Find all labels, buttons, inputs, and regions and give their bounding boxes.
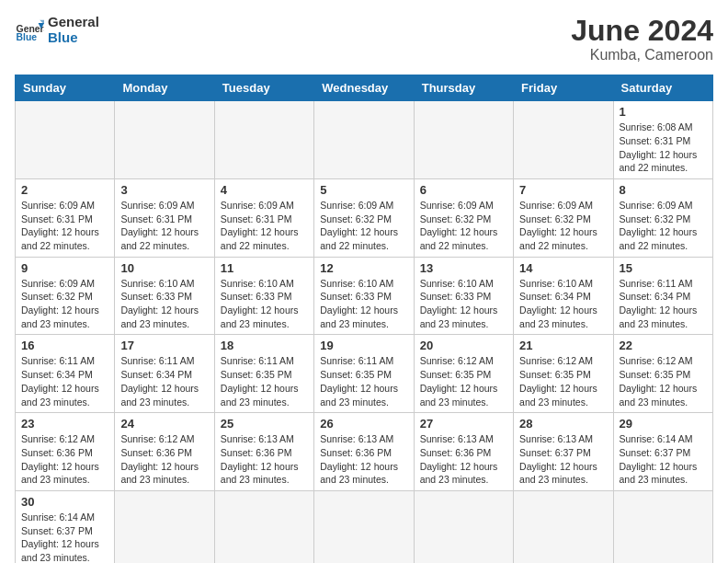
calendar-cell: 24Sunrise: 6:12 AM Sunset: 6:36 PM Dayli… (115, 413, 214, 491)
day-number: 13 (420, 261, 507, 275)
day-info: Sunrise: 6:12 AM Sunset: 6:36 PM Dayligh… (120, 432, 208, 487)
day-number: 24 (120, 417, 208, 431)
calendar-cell: 15Sunrise: 6:11 AM Sunset: 6:34 PM Dayli… (613, 257, 712, 335)
calendar-cell: 9Sunrise: 6:09 AM Sunset: 6:32 PM Daylig… (16, 257, 115, 335)
calendar-cell: 6Sunrise: 6:09 AM Sunset: 6:32 PM Daylig… (414, 178, 513, 257)
day-info: Sunrise: 6:09 AM Sunset: 6:32 PM Dayligh… (320, 199, 407, 253)
weekday-header: Saturday (613, 75, 712, 101)
day-info: Sunrise: 6:09 AM Sunset: 6:32 PM Dayligh… (519, 199, 607, 253)
day-number: 12 (320, 261, 407, 275)
day-info: Sunrise: 6:13 AM Sunset: 6:36 PM Dayligh… (320, 432, 407, 487)
calendar-cell: 22Sunrise: 6:12 AM Sunset: 6:35 PM Dayli… (613, 335, 712, 413)
calendar-cell: 28Sunrise: 6:13 AM Sunset: 6:37 PM Dayli… (514, 413, 613, 491)
day-info: Sunrise: 6:11 AM Sunset: 6:35 PM Dayligh… (320, 354, 407, 408)
day-info: Sunrise: 6:12 AM Sunset: 6:35 PM Dayligh… (519, 354, 607, 408)
day-info: Sunrise: 6:11 AM Sunset: 6:34 PM Dayligh… (21, 354, 108, 408)
calendar-cell (414, 101, 513, 179)
day-number: 5 (320, 183, 407, 197)
calendar-cell: 21Sunrise: 6:12 AM Sunset: 6:35 PM Dayli… (514, 335, 613, 413)
calendar-cell (414, 490, 513, 563)
page-title: June 2024 (571, 15, 713, 47)
logo: General Blue General Blue (15, 15, 99, 45)
day-number: 28 (519, 417, 607, 431)
day-info: Sunrise: 6:09 AM Sunset: 6:32 PM Dayligh… (420, 199, 507, 253)
logo-general-text: General (48, 15, 99, 30)
weekday-header: Friday (514, 75, 613, 101)
day-number: 3 (120, 183, 208, 197)
calendar-cell: 18Sunrise: 6:11 AM Sunset: 6:35 PM Dayli… (214, 335, 313, 413)
day-number: 17 (120, 339, 208, 352)
calendar-cell: 7Sunrise: 6:09 AM Sunset: 6:32 PM Daylig… (514, 178, 613, 257)
day-info: Sunrise: 6:12 AM Sunset: 6:36 PM Dayligh… (21, 432, 108, 487)
calendar-cell (514, 490, 613, 563)
svg-text:Blue: Blue (17, 32, 38, 42)
day-info: Sunrise: 6:13 AM Sunset: 6:37 PM Dayligh… (519, 432, 607, 487)
day-info: Sunrise: 6:12 AM Sunset: 6:35 PM Dayligh… (620, 354, 707, 408)
day-number: 26 (320, 417, 407, 431)
calendar-week-row: 30Sunrise: 6:14 AM Sunset: 6:37 PM Dayli… (16, 490, 713, 563)
day-number: 19 (320, 339, 407, 352)
day-info: Sunrise: 6:11 AM Sunset: 6:34 PM Dayligh… (620, 277, 707, 331)
weekday-header: Tuesday (214, 75, 313, 101)
calendar-table: SundayMondayTuesdayWednesdayThursdayFrid… (15, 75, 713, 563)
calendar-week-row: 2Sunrise: 6:09 AM Sunset: 6:31 PM Daylig… (16, 178, 713, 257)
calendar-cell (214, 101, 313, 179)
day-number: 25 (221, 417, 308, 431)
calendar-cell: 2Sunrise: 6:09 AM Sunset: 6:31 PM Daylig… (16, 178, 115, 257)
calendar-cell: 12Sunrise: 6:10 AM Sunset: 6:33 PM Dayli… (314, 257, 414, 335)
day-number: 4 (221, 183, 308, 197)
day-info: Sunrise: 6:08 AM Sunset: 6:31 PM Dayligh… (620, 121, 707, 175)
logo-icon: General Blue (15, 16, 44, 45)
day-number: 15 (620, 261, 707, 275)
calendar-cell: 5Sunrise: 6:09 AM Sunset: 6:32 PM Daylig… (314, 178, 414, 257)
calendar-cell (214, 490, 313, 563)
day-info: Sunrise: 6:09 AM Sunset: 6:31 PM Dayligh… (21, 199, 108, 253)
day-number: 6 (420, 183, 507, 197)
calendar-week-row: 23Sunrise: 6:12 AM Sunset: 6:36 PM Dayli… (16, 413, 713, 491)
calendar-cell: 10Sunrise: 6:10 AM Sunset: 6:33 PM Dayli… (115, 257, 214, 335)
calendar-cell: 29Sunrise: 6:14 AM Sunset: 6:37 PM Dayli… (613, 413, 712, 491)
day-number: 27 (420, 417, 507, 431)
day-info: Sunrise: 6:11 AM Sunset: 6:34 PM Dayligh… (120, 354, 208, 408)
day-number: 16 (21, 339, 108, 352)
calendar-cell: 11Sunrise: 6:10 AM Sunset: 6:33 PM Dayli… (214, 257, 313, 335)
logo-blue-text: Blue (48, 30, 99, 46)
calendar-cell: 26Sunrise: 6:13 AM Sunset: 6:36 PM Dayli… (314, 413, 414, 491)
page-subtitle: Kumba, Cameroon (571, 47, 713, 63)
header: General Blue General Blue June 2024 Kumb… (15, 15, 713, 63)
calendar-week-row: 16Sunrise: 6:11 AM Sunset: 6:34 PM Dayli… (16, 335, 713, 413)
day-number: 21 (519, 339, 607, 352)
calendar-cell (16, 101, 115, 179)
calendar-header-row: SundayMondayTuesdayWednesdayThursdayFrid… (16, 75, 713, 101)
calendar-cell: 14Sunrise: 6:10 AM Sunset: 6:34 PM Dayli… (514, 257, 613, 335)
calendar-cell: 23Sunrise: 6:12 AM Sunset: 6:36 PM Dayli… (16, 413, 115, 491)
day-number: 8 (620, 183, 707, 197)
day-info: Sunrise: 6:10 AM Sunset: 6:33 PM Dayligh… (420, 277, 507, 331)
day-number: 18 (221, 339, 308, 352)
day-info: Sunrise: 6:10 AM Sunset: 6:33 PM Dayligh… (120, 277, 208, 331)
day-number: 30 (21, 495, 108, 509)
day-number: 10 (120, 261, 208, 275)
weekday-header: Thursday (414, 75, 513, 101)
day-number: 7 (519, 183, 607, 197)
title-area: June 2024 Kumba, Cameroon (571, 15, 713, 63)
day-info: Sunrise: 6:10 AM Sunset: 6:34 PM Dayligh… (519, 277, 607, 331)
calendar-cell: 8Sunrise: 6:09 AM Sunset: 6:32 PM Daylig… (613, 178, 712, 257)
day-info: Sunrise: 6:09 AM Sunset: 6:32 PM Dayligh… (21, 277, 108, 331)
weekday-header: Wednesday (314, 75, 414, 101)
day-number: 23 (21, 417, 108, 431)
calendar-cell: 13Sunrise: 6:10 AM Sunset: 6:33 PM Dayli… (414, 257, 513, 335)
day-info: Sunrise: 6:14 AM Sunset: 6:37 PM Dayligh… (21, 511, 108, 563)
calendar-cell: 3Sunrise: 6:09 AM Sunset: 6:31 PM Daylig… (115, 178, 214, 257)
day-number: 20 (420, 339, 507, 352)
day-info: Sunrise: 6:09 AM Sunset: 6:31 PM Dayligh… (120, 199, 208, 253)
day-number: 14 (519, 261, 607, 275)
calendar-cell: 16Sunrise: 6:11 AM Sunset: 6:34 PM Dayli… (16, 335, 115, 413)
day-info: Sunrise: 6:10 AM Sunset: 6:33 PM Dayligh… (320, 277, 407, 331)
calendar-cell: 27Sunrise: 6:13 AM Sunset: 6:36 PM Dayli… (414, 413, 513, 491)
day-number: 29 (620, 417, 707, 431)
calendar-cell (514, 101, 613, 179)
calendar-cell: 17Sunrise: 6:11 AM Sunset: 6:34 PM Dayli… (115, 335, 214, 413)
weekday-header: Monday (115, 75, 214, 101)
day-info: Sunrise: 6:14 AM Sunset: 6:37 PM Dayligh… (620, 432, 707, 487)
